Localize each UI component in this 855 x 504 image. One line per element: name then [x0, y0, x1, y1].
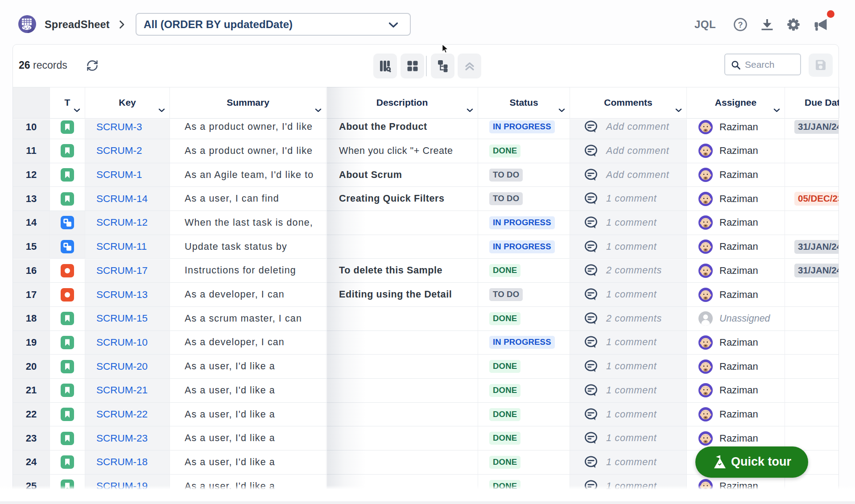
svg-text:?: ?: [738, 21, 743, 29]
